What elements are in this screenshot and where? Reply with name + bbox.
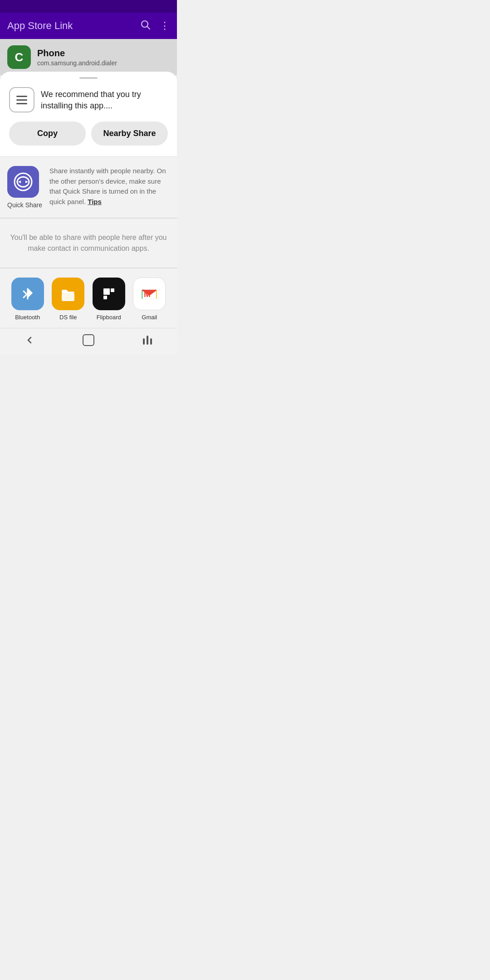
menu-line-3 bbox=[16, 103, 27, 104]
app-info-text: Phone com.samsung.android.dialer bbox=[37, 48, 117, 67]
back-button[interactable] bbox=[18, 329, 41, 351]
action-buttons: Copy Nearby Share bbox=[9, 122, 168, 146]
menu-icon-box bbox=[9, 87, 34, 112]
bluetooth-app-item[interactable]: Bluetooth bbox=[11, 278, 44, 321]
svg-rect-8 bbox=[103, 296, 107, 299]
quick-share-container: Quick Share bbox=[7, 166, 42, 209]
bluetooth-label: Bluetooth bbox=[15, 314, 40, 321]
apps-grid: Bluetooth DS file Flipboard bbox=[7, 278, 170, 321]
gmail-label: Gmail bbox=[142, 314, 157, 321]
sheet-handle bbox=[79, 77, 98, 79]
svg-marker-3 bbox=[25, 180, 28, 183]
flipboard-icon bbox=[93, 278, 125, 310]
svg-line-1 bbox=[147, 27, 150, 29]
home-button[interactable] bbox=[77, 329, 100, 351]
bluetooth-icon bbox=[11, 278, 44, 310]
recents-icon bbox=[143, 336, 152, 345]
quick-share-tips-link[interactable]: Tips bbox=[88, 198, 102, 205]
dsfile-app-item[interactable]: DS file bbox=[52, 278, 84, 321]
status-bar bbox=[0, 0, 177, 13]
app-icon: C bbox=[7, 45, 31, 69]
copy-button[interactable]: Copy bbox=[9, 122, 86, 146]
apps-section: Bluetooth DS file Flipboard bbox=[0, 268, 177, 328]
quick-share-info: Share instantly with people nearby. On t… bbox=[49, 166, 170, 207]
flipboard-label: Flipboard bbox=[97, 314, 121, 321]
nearby-section: You'll be able to share with people here… bbox=[0, 218, 177, 268]
nearby-share-button[interactable]: Nearby Share bbox=[91, 122, 168, 146]
menu-line-1 bbox=[16, 96, 27, 97]
dsfile-icon bbox=[52, 278, 84, 310]
app-bar-title: App Store Link bbox=[7, 20, 140, 32]
svg-marker-4 bbox=[18, 180, 21, 183]
svg-rect-6 bbox=[103, 288, 110, 295]
gmail-app-item[interactable]: M Gmail bbox=[133, 278, 166, 321]
nav-bar bbox=[0, 328, 177, 355]
flipboard-app-item[interactable]: Flipboard bbox=[93, 278, 125, 321]
svg-rect-7 bbox=[111, 288, 114, 292]
app-info-row: C Phone com.samsung.android.dialer bbox=[0, 39, 177, 75]
svg-rect-5 bbox=[62, 293, 74, 301]
svg-text:M: M bbox=[144, 290, 151, 299]
recents-button[interactable] bbox=[136, 329, 159, 351]
search-icon[interactable] bbox=[140, 19, 151, 33]
dsfile-label: DS file bbox=[59, 314, 77, 321]
gmail-icon: M bbox=[133, 278, 166, 310]
more-options-icon[interactable]: ⋮ bbox=[160, 20, 170, 32]
sheet-message: We recommend that you try installing thi… bbox=[41, 87, 168, 112]
quick-share-section: Quick Share Share instantly with people … bbox=[0, 157, 177, 218]
quick-share-description: Share instantly with people nearby. On t… bbox=[49, 167, 166, 205]
quick-share-icon[interactable] bbox=[7, 166, 39, 198]
bottom-sheet: We recommend that you try installing thi… bbox=[0, 72, 177, 156]
home-icon bbox=[83, 334, 94, 346]
app-bar: App Store Link ⋮ bbox=[0, 13, 177, 39]
quick-share-label: Quick Share bbox=[7, 201, 42, 209]
app-name: Phone bbox=[37, 48, 117, 59]
quick-share-row: Quick Share Share instantly with people … bbox=[7, 166, 170, 209]
app-bar-actions: ⋮ bbox=[140, 19, 170, 33]
nearby-text: You'll be able to share with people here… bbox=[7, 232, 170, 254]
sheet-content-row: We recommend that you try installing thi… bbox=[9, 87, 168, 112]
menu-line-2 bbox=[16, 99, 27, 101]
app-package: com.samsung.android.dialer bbox=[37, 59, 117, 67]
